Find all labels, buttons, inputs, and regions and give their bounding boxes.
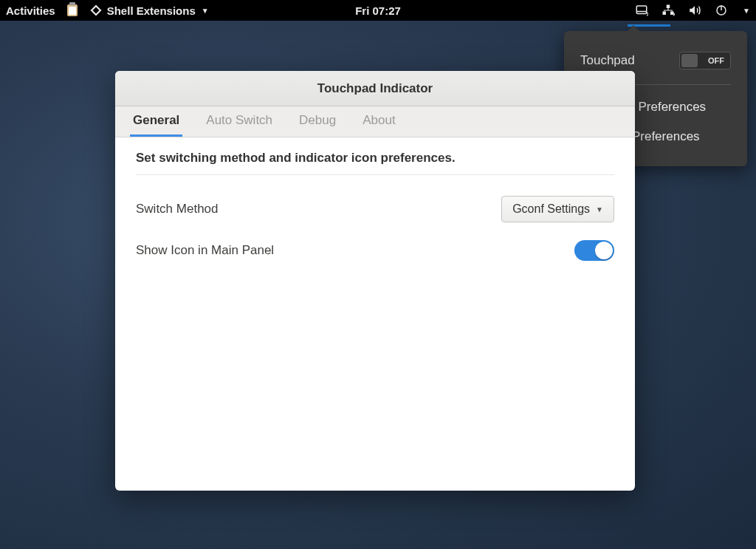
tab-about[interactable]: About	[360, 106, 398, 137]
power-icon	[715, 4, 728, 17]
touchpad-toggle-state: OFF	[708, 56, 724, 65]
tab-auto-switch[interactable]: Auto Switch	[203, 106, 275, 137]
activities-label: Activities	[6, 4, 55, 17]
dialog-content: Set switching method and indicator icon …	[115, 137, 635, 283]
network-indicator[interactable]: ✕	[662, 4, 675, 17]
tab-debug[interactable]: Debug	[296, 106, 339, 137]
top-bar: Activities Shell Extensions ▼ Fri 07:27 …	[0, 0, 756, 21]
tab-general[interactable]: General	[130, 106, 182, 137]
tab-about-label: About	[362, 113, 395, 128]
svg-text:✕: ✕	[673, 12, 675, 17]
clipboard-icon	[67, 4, 78, 16]
switch-method-combo[interactable]: Gconf Settings ▼	[501, 196, 614, 222]
volume-icon	[688, 4, 701, 17]
show-icon-label: Show Icon in Main Panel	[136, 243, 274, 258]
touchpad-toggle[interactable]: OFF	[679, 52, 731, 69]
row-show-icon: Show Icon in Main Panel	[136, 231, 614, 270]
section-description: Set switching method and indicator icon …	[136, 151, 614, 175]
clock[interactable]: Fri 07:27	[355, 4, 401, 17]
svg-rect-4	[663, 12, 667, 16]
volume-indicator[interactable]	[688, 4, 701, 17]
app-menu-label: Shell Extensions	[107, 4, 196, 17]
svg-rect-3	[667, 5, 670, 9]
dialog-tabbar: General Auto Switch Debug About	[115, 106, 635, 137]
chevron-down-icon: ▼	[743, 7, 750, 15]
tab-debug-label: Debug	[299, 113, 336, 128]
touchpad-icon: ✕	[635, 4, 648, 17]
activities-button[interactable]: Activities	[6, 4, 55, 17]
clipboard-indicator[interactable]	[67, 4, 78, 16]
clock-label: Fri 07:27	[355, 4, 401, 17]
row-switch-method: Switch Method Gconf Settings ▼	[136, 187, 614, 231]
network-icon: ✕	[662, 4, 675, 17]
preferences-dialog: Touchpad Indicator General Auto Switch D…	[115, 71, 635, 491]
dialog-title: Touchpad Indicator	[317, 81, 433, 96]
dialog-titlebar[interactable]: Touchpad Indicator	[115, 71, 635, 106]
tab-auto-switch-label: Auto Switch	[206, 113, 272, 128]
show-icon-switch[interactable]	[574, 240, 614, 261]
svg-text:✕: ✕	[646, 11, 648, 18]
power-indicator[interactable]	[715, 4, 728, 17]
popup-touchpad-label: Touchpad	[580, 53, 635, 68]
top-bar-right: ✕ ✕ ▼	[635, 4, 750, 17]
app-menu[interactable]: Shell Extensions ▼	[89, 4, 209, 17]
touchpad-indicator-tray[interactable]: ✕	[635, 4, 648, 17]
chevron-down-icon: ▼	[596, 205, 603, 214]
top-bar-left: Activities Shell Extensions ▼	[6, 4, 209, 17]
switch-method-value: Gconf Settings	[512, 202, 590, 216]
svg-rect-0	[636, 6, 647, 14]
extensions-icon	[89, 4, 103, 17]
chevron-down-icon: ▼	[202, 7, 209, 15]
switch-method-label: Switch Method	[136, 202, 219, 216]
tab-general-label: General	[133, 113, 179, 128]
